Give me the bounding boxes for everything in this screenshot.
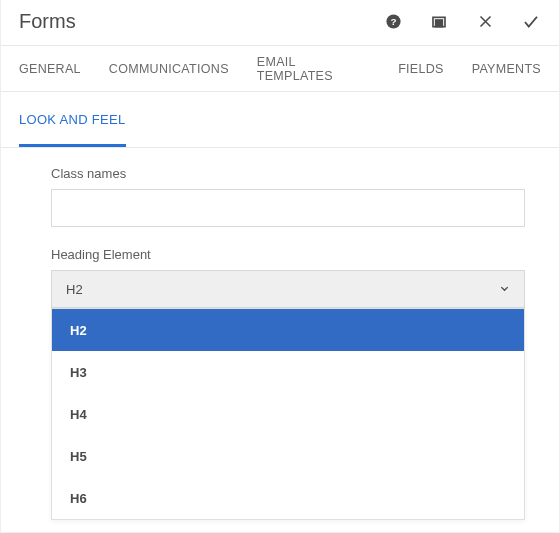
form-area: Class names Heading Element H2 H2 H3 H4 … [1,148,559,308]
chevron-down-icon [499,282,510,297]
dialog-title: Forms [19,10,383,33]
heading-element-selected: H2 [66,282,83,297]
tab-general[interactable]: GENERAL [19,62,81,76]
tab-payments[interactable]: PAYMENTS [472,62,541,76]
fullscreen-icon[interactable] [429,12,449,32]
option-h3[interactable]: H3 [52,351,524,393]
heading-element-select: H2 H2 H3 H4 H5 H6 [51,270,525,308]
field-heading-element: Heading Element H2 H2 H3 H4 H5 H6 [51,247,525,308]
dialog-header: Forms ? [1,0,559,46]
option-h4[interactable]: H4 [52,393,524,435]
svg-rect-3 [436,20,443,27]
header-actions: ? [383,12,541,32]
class-names-label: Class names [51,166,525,181]
help-icon[interactable]: ? [383,12,403,32]
tab-communications[interactable]: COMMUNICATIONS [109,62,229,76]
tab-bar: GENERAL COMMUNICATIONS EMAIL TEMPLATES F… [1,46,559,92]
done-icon[interactable] [521,12,541,32]
heading-element-label: Heading Element [51,247,525,262]
close-icon[interactable] [475,12,495,32]
class-names-input[interactable] [51,189,525,227]
tab-email-templates[interactable]: EMAIL TEMPLATES [257,55,370,83]
subtab-look-and-feel[interactable]: LOOK AND FEEL [19,92,126,147]
option-h6[interactable]: H6 [52,477,524,519]
tab-fields[interactable]: FIELDS [398,62,444,76]
field-class-names: Class names [51,166,525,227]
subtab-bar: LOOK AND FEEL [1,92,559,148]
option-h2[interactable]: H2 [52,309,524,351]
option-h5[interactable]: H5 [52,435,524,477]
heading-element-selectbox[interactable]: H2 [51,270,525,308]
svg-text:?: ? [390,16,396,27]
heading-element-dropdown: H2 H3 H4 H5 H6 [51,308,525,520]
